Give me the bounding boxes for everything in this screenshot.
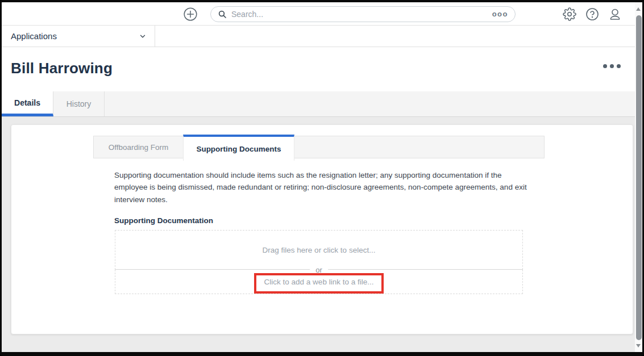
more-actions-button[interactable] xyxy=(601,62,623,70)
person-icon xyxy=(608,7,622,21)
tab-supporting-documents[interactable]: Supporting Documents xyxy=(183,135,294,161)
settings-button[interactable] xyxy=(562,7,576,21)
ellipsis-dot xyxy=(603,64,607,68)
search-icon xyxy=(218,10,227,19)
record-tabs: Details History xyxy=(2,91,642,117)
add-button[interactable] xyxy=(183,7,198,22)
add-web-link-label: Click to add a web link to a file... xyxy=(264,278,374,286)
file-dropzone: Drag files here or click to select... or… xyxy=(115,230,523,294)
search-input[interactable] xyxy=(231,10,492,19)
details-card: Offboarding Form Supporting Documents Su… xyxy=(11,124,633,334)
drag-files-area[interactable]: Drag files here or click to select... xyxy=(115,230,523,270)
account-button[interactable] xyxy=(608,7,622,21)
main-area: Offboarding Form Supporting Documents Su… xyxy=(2,117,642,356)
scroll-down-arrow-icon[interactable] xyxy=(636,344,641,347)
field-label-supporting-documentation: Supporting Documentation xyxy=(114,216,213,225)
applications-dropdown[interactable]: Applications xyxy=(2,26,155,47)
app-window: ooo xyxy=(0,0,644,356)
search-overflow-icon[interactable]: ooo xyxy=(492,10,508,19)
section-description: Supporting documentation should include … xyxy=(114,169,527,206)
plus-circle-icon xyxy=(183,7,198,22)
scroll-up-arrow-icon[interactable] xyxy=(636,7,641,11)
page-title: Bill Harrowing xyxy=(11,60,113,77)
topbar-actions xyxy=(562,7,622,21)
tab-details[interactable]: Details xyxy=(2,91,53,116)
top-bar: ooo xyxy=(2,2,642,26)
help-button[interactable] xyxy=(585,7,599,21)
chevron-down-icon xyxy=(139,32,147,40)
ellipsis-dot xyxy=(610,64,614,68)
form-section-tabs: Offboarding Form Supporting Documents xyxy=(93,136,545,158)
search-bar[interactable]: ooo xyxy=(210,6,516,22)
or-divider-label: or xyxy=(310,266,328,274)
add-web-link-button[interactable]: or Click to add a web link to a file... xyxy=(115,270,523,294)
app-nav-row: Applications xyxy=(2,26,642,47)
vertical-scrollbar[interactable] xyxy=(635,2,642,353)
applications-dropdown-label: Applications xyxy=(11,31,57,41)
scrollbar-thumb[interactable] xyxy=(636,15,642,340)
gear-icon xyxy=(563,7,576,21)
page-header: Bill Harrowing xyxy=(2,47,642,91)
tab-history[interactable]: History xyxy=(53,91,105,116)
question-circle-icon xyxy=(585,7,599,21)
ellipsis-dot xyxy=(617,64,621,68)
tab-offboarding-form[interactable]: Offboarding Form xyxy=(94,136,183,158)
